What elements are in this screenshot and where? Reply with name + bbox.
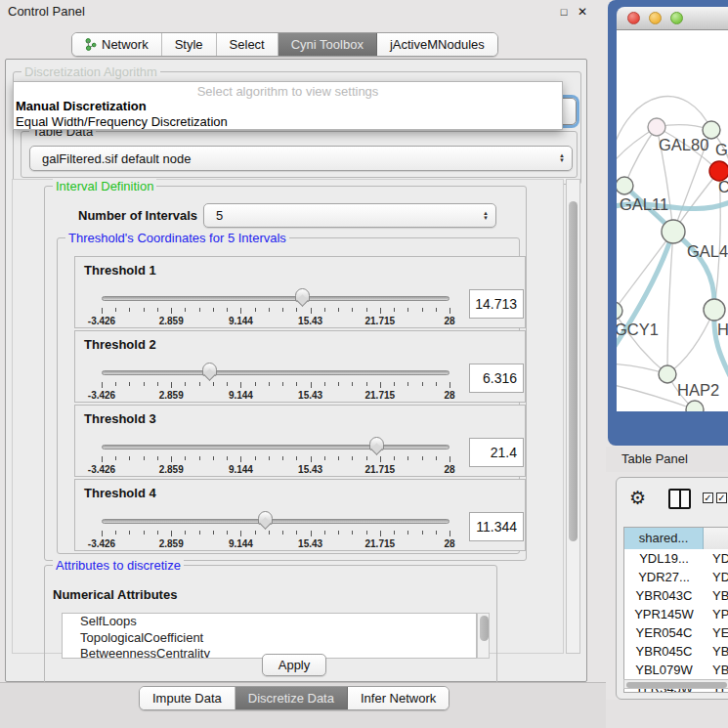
table-row[interactable]: YDL19...YDL1 [624, 549, 728, 568]
table-row[interactable]: YBR043CYBR0 [624, 586, 728, 605]
float-window-icon[interactable]: □ [557, 5, 571, 19]
tab-impute-data[interactable]: Impute Data [140, 687, 236, 709]
threshold-label: Threshold 4 [84, 486, 156, 500]
network-window-titlebar[interactable] [617, 7, 728, 30]
table-cell: YBR045C [624, 642, 704, 661]
tick-mark [129, 382, 130, 386]
network-node[interactable] [617, 302, 622, 320]
algorithm-group-title: Discretization Algorithm [21, 64, 160, 79]
network-node[interactable] [686, 401, 704, 411]
threshold-value-field[interactable]: 6.316 [469, 364, 524, 393]
tick-mark [115, 308, 116, 312]
checkbox-icon[interactable]: ✓ [716, 492, 727, 503]
tick-mark [407, 456, 408, 460]
scrollbar-thumb[interactable] [626, 682, 727, 688]
network-node[interactable] [704, 299, 725, 321]
tick-mark [144, 308, 145, 312]
column-header[interactable]: shared... [624, 528, 704, 549]
tick-mark [296, 308, 297, 312]
slider-thumb[interactable] [258, 511, 273, 525]
attributes-scrollbar[interactable] [477, 613, 490, 659]
tick-mark [338, 456, 339, 460]
tick-mark [450, 456, 450, 462]
close-icon[interactable]: ✕ [576, 5, 589, 19]
stepper-icon: ▲▼ [483, 211, 489, 221]
tick-mark [227, 308, 228, 312]
gear-icon[interactable]: ⚙ [629, 487, 646, 509]
tab-select[interactable]: Select [217, 33, 278, 56]
tab-infer-network[interactable]: Infer Network [348, 687, 449, 709]
list-item[interactable]: TopologicalCoefficient [63, 630, 476, 647]
table-data-combo-value: galFiltered.sif default node [42, 151, 191, 166]
tick-mark [407, 382, 408, 386]
tab-jactivemnodules[interactable]: jActiveMNodules [377, 33, 497, 56]
dropdown-item[interactable]: Equal Width/Frequency Discretization [14, 114, 562, 130]
scrollbar-thumb[interactable] [480, 616, 489, 641]
tab-network[interactable]: Network [72, 33, 162, 56]
network-node[interactable] [648, 118, 665, 136]
tick-mark [380, 308, 381, 314]
table-row[interactable]: YDR27...YDR2 [624, 568, 728, 586]
settings-scroll-viewport: Interval Definition Number of Intervals … [12, 179, 564, 654]
table-row[interactable]: YBL079WYBL0 [624, 661, 728, 679]
checkbox-icon[interactable]: ✓ [703, 492, 713, 503]
tick-mark [129, 308, 130, 312]
slider-track[interactable] [102, 445, 450, 450]
tick-mark [338, 382, 339, 386]
dropdown-item[interactable]: Manual Discretization [14, 99, 562, 114]
tick-mark [380, 456, 381, 462]
slider-thumb[interactable] [295, 288, 310, 302]
threshold-value-field[interactable]: 14.713 [469, 289, 524, 319]
tick-mark [255, 456, 256, 460]
slider-track[interactable] [102, 296, 450, 301]
tick-mark [129, 456, 130, 460]
tick-mark [144, 382, 145, 386]
apply-button[interactable]: Apply [262, 654, 326, 676]
scale-label: 9.144 [229, 464, 253, 475]
tick-mark [171, 456, 172, 462]
columns-icon[interactable] [668, 489, 691, 509]
network-node[interactable] [662, 220, 685, 243]
slider-thumb[interactable] [202, 363, 217, 376]
scrollbar-thumb[interactable] [569, 201, 578, 541]
tab-style[interactable]: Style [162, 33, 217, 56]
scale-label: 15.43 [298, 464, 322, 475]
scale-label: 9.144 [229, 538, 253, 549]
slider-thumb[interactable] [369, 437, 384, 450]
column-header[interactable]: na [704, 528, 728, 549]
close-traffic-light-icon[interactable] [627, 12, 640, 24]
network-node[interactable] [659, 365, 676, 383]
tick-mark [338, 531, 339, 535]
table-cell: YDL19... [624, 549, 704, 568]
scale-label: 2.859 [159, 538, 184, 549]
list-item[interactable]: SelfLoops [63, 614, 476, 630]
tick-mark [352, 308, 353, 312]
table-horizontal-scrollbar[interactable] [623, 679, 728, 689]
threshold-value-field[interactable]: 11.344 [469, 512, 524, 541]
network-node[interactable] [703, 121, 720, 139]
number-of-intervals-combo[interactable]: 5 ▲▼ [203, 203, 496, 228]
tick-mark [394, 456, 395, 460]
zoom-traffic-light-icon[interactable] [670, 12, 683, 24]
table-row[interactable]: YER054CYER0 [624, 623, 728, 642]
table-row[interactable]: YBR045CYBR0 [624, 642, 728, 661]
network-node[interactable] [617, 177, 633, 194]
tab-cyni-toolbox[interactable]: Cyni Toolbox [278, 33, 377, 56]
tick-mark [352, 456, 353, 460]
tab-discretize-data[interactable]: Discretize Data [236, 687, 348, 709]
slider-track[interactable] [102, 519, 450, 524]
scale-label: -3.426 [88, 538, 115, 549]
table-cell: YER0 [704, 623, 728, 642]
threshold-value-field[interactable]: 21.4 [469, 438, 524, 467]
table-row[interactable]: YPR145WYPR1 [624, 605, 728, 623]
main-scrollbar[interactable] [566, 179, 580, 654]
scale-label: 21.715 [365, 464, 396, 475]
node-table: shared...na YDL19...YDL1YDR27...YDR2YBR0… [623, 527, 728, 693]
table-data-combo[interactable]: galFiltered.sif default node ▲▼ [29, 146, 573, 171]
scale-label: 28 [444, 538, 454, 549]
numerical-attributes-list: SelfLoopsTopologicalCoefficientBetweenne… [62, 613, 477, 659]
network-canvas[interactable]: GAL80GACGAL11GAL4GCY1HHAP2 [617, 30, 728, 411]
slider-track[interactable] [102, 370, 450, 375]
minimize-traffic-light-icon[interactable] [649, 12, 662, 24]
tick-mark [255, 531, 256, 535]
